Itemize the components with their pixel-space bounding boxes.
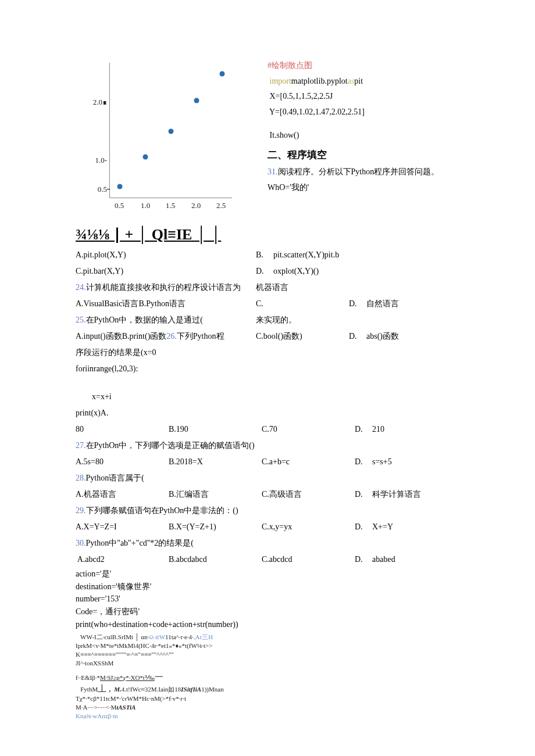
tail-3: number='153' [76, 593, 512, 605]
q23-b-label: B. [256, 247, 273, 263]
q28-b: B.汇编语言 [169, 486, 262, 503]
section-2-title: 二、程序填空 [268, 146, 512, 164]
chart-point [194, 98, 199, 103]
q26-cont3: x=x+i [92, 389, 512, 405]
chart-point [169, 129, 174, 134]
q23-b: pit.scatter(X,Y)pit.b [273, 247, 339, 263]
x-tick: 0.5 [110, 201, 128, 210]
q29-d-label: D. [355, 519, 372, 535]
x-tick: 1.5 [162, 201, 179, 210]
q28-d-label: D. [355, 486, 372, 503]
tail-4: Code=，通行密码' [76, 605, 512, 618]
tail-1: action='是' [76, 568, 512, 581]
y-tick: 0.5 [87, 185, 107, 194]
code-import-line: importmatplotlib.pyplotaspit [268, 74, 512, 89]
q30-d-label: D. [355, 551, 372, 568]
q31-code: WhO='我的' [268, 180, 512, 196]
q24-c-label: C. [256, 296, 273, 312]
q31: 31.阅读程序。分析以下Python程序并回答问题。 [268, 164, 512, 180]
q26-d: 210 [372, 421, 384, 438]
q26-b: B.190 [169, 421, 262, 438]
garbled-block: WW-I二·culB.SrIMt │ αn·iλ·ttW11ta^·r·e·4·… [76, 633, 512, 720]
q26-80: 80 [76, 421, 169, 438]
q26-c: C.70 [262, 421, 355, 438]
code-show: It.show() [268, 128, 512, 144]
q24-stem: 24.计算机能直接接收和执行的程序设计语言为 [76, 280, 256, 296]
q27-a: A.5s=80 [76, 454, 169, 470]
code-comment: #绘制散点图 [268, 58, 512, 74]
q27-c: C.a+b=c [262, 454, 355, 470]
q29-d: X+=Y [372, 519, 393, 535]
q25-stem: 25.在PythOn中，数据的输入是通过( [76, 312, 256, 328]
q27-stem: 27.在PythOn中，下列哪个选项是正确的赋值语句() [76, 438, 512, 454]
y-tick: 2.0∎ [87, 98, 107, 107]
q28-stem: 28.Python语言属于( [76, 470, 512, 486]
chart-plot-area [109, 63, 232, 198]
q24-right: 机器语言 [256, 280, 288, 296]
scatter-chart: 0.5 1.0- 2.0∎ 0.5 1.0 1.5 2.0 2.5 [87, 58, 238, 221]
q24-a: A.VisualBasic语言B.Python语言 [76, 296, 256, 312]
q26-d-label: D. [355, 421, 372, 438]
x-tick: 2.0 [187, 201, 205, 210]
code-x: X=[0.5,1,1.5,2,2.5J [268, 89, 512, 105]
q28-c: C.高级语言 [262, 486, 355, 503]
tail-2: destination='镜像世界' [76, 581, 512, 593]
tail-5: print(who+destination+code+action+str(nu… [76, 618, 512, 631]
q30-b: B.abcdabcd [169, 551, 262, 568]
q26-cont2: foriinrange(l,20,3): [76, 361, 512, 377]
q29-b: B.X=(Y=Z+1) [169, 519, 262, 535]
q30-c: C.abcdcd [262, 551, 355, 568]
q29-a: A.X=Y=Z=I [76, 519, 169, 535]
q30-d: ababed [372, 551, 395, 568]
q24-d: 自然语言 [366, 296, 399, 312]
q26-cont1: 序段运行的结果是(x=0 [76, 345, 512, 361]
chart-point [220, 71, 225, 76]
q23-d: oxplot(X,Y)() [273, 263, 319, 280]
garbled-heading: ¾⅛⅛ ∣ + │ Ql≡IE │ │ [76, 225, 512, 243]
q23-c: C.pit.bar(X,Y) [76, 263, 256, 280]
q30-stem: 30.Python中"ab"+"cd"*2的结果是( [76, 535, 512, 551]
q26-cont4: print(x)A. [76, 405, 512, 421]
q25-c: C.bool()函数) [256, 328, 349, 345]
x-tick: 1.0 [137, 201, 154, 210]
q27-d: s=s+5 [372, 454, 392, 470]
chart-point [117, 184, 123, 189]
q29-stem: 29.下列哪条赋值语句在PythOn中是非法的：() [76, 503, 512, 519]
y-tick: 1.0- [87, 156, 107, 165]
q28-a: A.机器语言 [76, 486, 169, 503]
code-y: Y=[0.49,1.02,1.47,2.02,2.51] [268, 105, 512, 120]
q25-a: A.input()函数B.print()函数26.下列Python程 [76, 328, 256, 345]
q25-right: 来实现的。 [256, 312, 297, 328]
chart-point [142, 155, 148, 160]
q25-d: abs()函数 [366, 328, 399, 345]
q27-d-label: D. [355, 454, 372, 470]
q30-a: A.abcd2 [76, 551, 169, 568]
q23-a: A.pit.plot(X,Y) [76, 247, 256, 263]
x-tick: 2.5 [212, 201, 230, 210]
q29-c: C.x,y=yx [262, 519, 355, 535]
q28-d: 科学计算语言 [372, 486, 421, 503]
q25-d-label: D. [349, 328, 366, 345]
q27-b: B.2018=X [169, 454, 262, 470]
q24-d-label: D. [349, 296, 366, 312]
q23-d-label: D. [256, 263, 273, 280]
